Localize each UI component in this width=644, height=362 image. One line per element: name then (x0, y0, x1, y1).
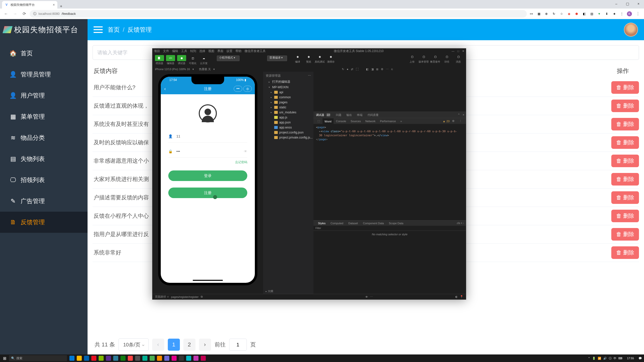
minimize-icon[interactable]: – (611, 0, 622, 8)
taskbar-app[interactable] (83, 355, 90, 362)
ext-icon[interactable]: ⋮ (619, 11, 624, 16)
kebab-icon[interactable]: ⋮ (457, 118, 464, 124)
profile-avatar-icon[interactable]: K (627, 11, 632, 16)
toolbar-button[interactable]: ▢版本管理 (418, 54, 429, 64)
taskbar-app[interactable] (163, 355, 170, 362)
performance-tab[interactable]: Performance (378, 118, 398, 124)
taskbar-app[interactable] (112, 355, 119, 362)
start-button[interactable]: ⊞ (0, 356, 9, 361)
inspect-icon[interactable]: ⬚ (315, 118, 322, 124)
expand-icon[interactable]: ⛶ (356, 68, 358, 71)
tree-section[interactable]: ▸打开的编辑器 (263, 79, 313, 85)
url-input[interactable]: ⓘ localhost:8080/feedback (30, 10, 527, 18)
tray-icon[interactable]: 📶 (598, 357, 601, 360)
sidebar-item-home[interactable]: 🏠 首页 (0, 43, 88, 64)
forgot-password-link[interactable]: 忘记密码 (168, 158, 247, 170)
ide-menu-item[interactable]: 工具 (181, 49, 187, 53)
delete-button[interactable]: 🗑 删除 (611, 118, 639, 130)
panel-icon[interactable]: ◧ (366, 68, 369, 71)
tree-file[interactable]: app.json (263, 120, 313, 125)
network-tab[interactable]: Network (363, 118, 377, 124)
back-icon[interactable]: ‹ (164, 86, 166, 92)
notifications-icon[interactable]: 💬 (638, 357, 642, 360)
ide-menu-item[interactable]: 文件 (163, 49, 169, 53)
tree-root[interactable]: ▾MP-WEIXIN (263, 85, 313, 90)
toolbar-button[interactable]: ▢上传 (407, 54, 418, 64)
next-page-button[interactable]: › (199, 339, 211, 351)
computed-tab[interactable]: Computed (328, 222, 346, 225)
ide-menu-item[interactable]: 选择 (199, 49, 205, 53)
taskbar-app[interactable] (134, 355, 141, 362)
output-tab[interactable]: 输出 (344, 113, 354, 117)
scope-data-tab[interactable]: Scope Data (386, 222, 406, 225)
taskbar-app[interactable] (200, 355, 207, 362)
login-button[interactable]: 登录 (168, 170, 247, 181)
page-jump-input[interactable] (229, 339, 247, 351)
browser-tab[interactable]: V 校园失物招领平台 × (2, 1, 57, 9)
ide-menu-item[interactable]: 界面 (217, 49, 223, 53)
signal-icon[interactable]: ⇄ (351, 68, 353, 71)
toolbar-button[interactable]: ◉清缓存 (325, 54, 336, 64)
eye-icon[interactable]: 👁 (365, 295, 368, 298)
taskbar-app[interactable] (178, 355, 185, 362)
more-icon[interactable]: ⋯ (308, 74, 311, 78)
ext-icon[interactable]: ▦ (536, 11, 541, 16)
maximize-icon[interactable]: ▢ (622, 0, 633, 8)
taskbar-app[interactable] (68, 355, 75, 362)
sidebar-item-admin[interactable]: 👤 管理员管理 (0, 64, 88, 85)
ext-icon[interactable]: ◉ (567, 11, 572, 16)
delete-button[interactable]: 🗑 删除 (611, 246, 639, 259)
tree-file[interactable]: project.private.config.js... (263, 135, 313, 140)
code-view[interactable]: <page> ▸<view class="u-p-t-60 u-p-t-60 u… (313, 124, 466, 220)
taskbar-app[interactable] (171, 355, 178, 362)
taskbar-app[interactable] (185, 355, 192, 362)
compile-mode-select[interactable]: 小程序模式 ▾ (217, 56, 239, 61)
compile-type-select[interactable]: 普通编译 ▾ (267, 56, 287, 61)
taskbar-search[interactable]: 🔍 搜索 (9, 355, 67, 361)
tree-folder[interactable]: ▸api (263, 90, 313, 95)
ide-menu-item[interactable]: 设置 (226, 49, 232, 53)
ide-window[interactable]: 项目文件编辑工具转到选择视图界面设置帮助微信开发者工具 微信开发者工具 Stab… (152, 48, 466, 300)
ext-icon[interactable]: ⬢ (574, 11, 579, 16)
sidebar-item-lost[interactable]: ▤ 失物列表 (0, 148, 88, 169)
sidebar-item-category[interactable]: ≋ 物品分类 (0, 127, 88, 148)
more-tabs-icon[interactable]: » (398, 118, 404, 124)
taskbar-app[interactable] (149, 355, 156, 362)
expand-icon[interactable]: ◐ (455, 295, 458, 298)
ide-menu-item[interactable]: 转到 (190, 49, 196, 53)
close-icon[interactable]: ✕ (462, 50, 464, 53)
ide-menu-item[interactable]: 项目 (154, 49, 160, 53)
tray-icon[interactable]: 🔋 (592, 357, 596, 360)
debugger-tab[interactable]: 调试器 22 (313, 113, 333, 117)
password-input[interactable]: 🔒 ••• 👁 (168, 145, 247, 158)
tree-file[interactable]: project.config.json (263, 130, 313, 135)
pin-icon[interactable]: 📍 (460, 295, 463, 298)
taskbar-app[interactable] (156, 355, 163, 362)
ext-icon[interactable]: ★ (612, 11, 617, 16)
code-quality-tab[interactable]: 代码质量 (365, 113, 381, 117)
tray-icon[interactable]: ⓘ (609, 356, 612, 360)
menu-icon[interactable]: ⋮ (634, 10, 641, 17)
toolbar-button[interactable]: ▢详情 (441, 54, 452, 64)
prev-page-button[interactable]: ‹ (152, 339, 164, 351)
delete-button[interactable]: 🗑 删除 (611, 210, 639, 222)
problems-tab[interactable]: 问题 (333, 113, 344, 117)
filter-input[interactable]: Filter (315, 227, 321, 230)
taskbar-app[interactable] (98, 355, 105, 362)
maximize-icon[interactable]: □ (457, 50, 459, 53)
capsule-button[interactable]: •••◎ (234, 86, 252, 92)
delete-button[interactable]: 🗑 删除 (611, 136, 639, 149)
taskbar-app[interactable] (76, 355, 83, 362)
page-size-select[interactable]: 10条/页 (118, 338, 149, 351)
tree-file[interactable]: app.js (263, 115, 313, 120)
toolbar-button[interactable]: ◉真机调试 (314, 54, 325, 64)
ide-menu-item[interactable]: 视图 (208, 49, 214, 53)
gear-icon[interactable]: ⚙ (381, 68, 383, 71)
more-icon[interactable]: ⋯ (386, 68, 389, 71)
sidebar-item-ads[interactable]: ✎ 广告管理 (0, 191, 88, 212)
taskbar-clock[interactable]: 17:55 (624, 357, 636, 360)
reload-button[interactable]: ⟳ (21, 10, 28, 17)
taskbar-app[interactable] (192, 355, 199, 362)
site-info-icon[interactable]: ⓘ (33, 12, 36, 16)
toolbar-button[interactable]: ▢教育套件 (430, 54, 441, 64)
